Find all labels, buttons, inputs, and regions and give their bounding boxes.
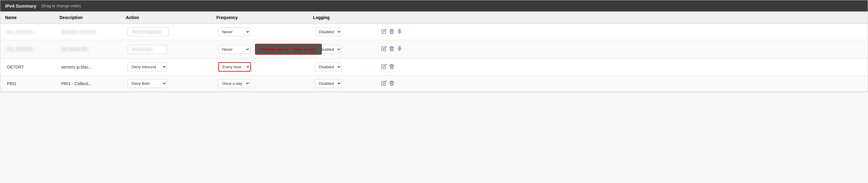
action-select[interactable]: Permit OutboundDeny InboundDeny BothDeny… <box>128 28 169 36</box>
cell-frequency[interactable]: NeverEvery hourOnce a dayEvery week <box>216 26 313 37</box>
table-title: IPv4 Summary <box>5 3 36 8</box>
cell-row-actions <box>379 79 415 88</box>
delete-icon[interactable] <box>389 80 395 87</box>
logging-select[interactable]: DisabledEnabled <box>315 79 342 88</box>
tooltip-bubble: Change this to "Once a day" <box>255 44 322 55</box>
delete-icon[interactable] <box>389 64 395 70</box>
col-actions-header <box>379 14 415 21</box>
table-row: Fre_XXXXXX...XXXXXX XXXXXXPermit Outboun… <box>0 24 868 40</box>
col-logging: Logging <box>313 14 379 21</box>
cell-description: servers ip blac... <box>59 63 126 71</box>
col-description: Description <box>59 14 126 21</box>
logging-select[interactable]: DisabledEnabled <box>315 62 342 71</box>
ipv4-summary-table: IPv4 Summary (Drag to change order) Name… <box>0 0 868 92</box>
table-header: IPv4 Summary (Drag to change order) <box>0 0 868 11</box>
cell-name: Fre_XXXXXX... <box>5 45 59 53</box>
cell-name: OE7DRT <box>5 63 59 71</box>
delete-icon[interactable] <box>389 29 395 35</box>
action-select[interactable]: Permit BothDeny InboundDeny BothDeny Out… <box>128 45 167 54</box>
edit-icon[interactable] <box>381 80 386 87</box>
drag-hint: (Drag to change order) <box>41 4 81 8</box>
frequency-select[interactable]: NeverEvery hourOnce a dayEvery week <box>218 62 251 71</box>
delete-icon[interactable] <box>389 46 395 53</box>
edit-icon[interactable] <box>381 29 386 35</box>
col-name: Name <box>5 14 59 21</box>
frequency-select[interactable]: NeverEvery hourOnce a dayEvery week <box>218 45 250 54</box>
action-select[interactable]: Deny BothDeny InboundDeny OutboundPermit… <box>128 79 167 88</box>
cell-logging[interactable]: DisabledEnabled <box>313 26 379 37</box>
col-action: Action <box>126 14 216 21</box>
cell-description: XXXXXX XXXXXX <box>59 28 126 36</box>
cell-row-actions <box>379 45 415 54</box>
cell-row-actions <box>379 28 415 36</box>
table-row: OE7DRTservers ip blac...Deny InboundDeny… <box>0 59 868 75</box>
table-row: PRI1PRI1 - Collecti...Deny BothDeny Inbo… <box>0 75 868 92</box>
column-headers: Name Description Action Frequency Loggin… <box>0 11 868 24</box>
cell-description: PRI1 - Collecti... <box>59 80 126 87</box>
logging-select[interactable]: DisabledEnabled <box>315 28 342 36</box>
col-frequency: Frequency <box>216 14 313 21</box>
cell-action[interactable]: Deny InboundDeny BothDeny OutboundPermit… <box>126 61 216 72</box>
cell-row-actions <box>379 62 415 71</box>
frequency-select[interactable]: NeverEvery hourOnce a dayEvery week <box>218 28 250 36</box>
cell-description: My Server IPs <box>59 45 126 53</box>
frequency-select[interactable]: NeverEvery hourOnce a dayEvery week <box>218 79 250 88</box>
cell-frequency[interactable]: NeverEvery hourOnce a dayEvery week <box>216 61 313 73</box>
cell-logging[interactable]: DisabledEnabled <box>313 78 379 89</box>
anchor-icon[interactable] <box>397 29 402 35</box>
cell-name: Fre_XXXXXX... <box>5 28 59 36</box>
anchor-icon[interactable] <box>397 46 402 53</box>
cell-action[interactable]: Deny BothDeny InboundDeny OutboundPermit… <box>126 78 216 89</box>
edit-icon[interactable] <box>381 46 386 53</box>
cell-logging[interactable]: DisabledEnabled <box>313 44 379 55</box>
table-row: Fre_XXXXXX...My Server IPsPermit BothDen… <box>0 40 868 59</box>
cell-frequency[interactable]: NeverEvery hourOnce a dayEvery week <box>216 78 313 89</box>
action-select[interactable]: Deny InboundDeny BothDeny OutboundPermit… <box>128 62 167 71</box>
cell-action[interactable]: Permit OutboundDeny InboundDeny BothDeny… <box>126 26 216 37</box>
cell-action[interactable]: Permit BothDeny InboundDeny BothDeny Out… <box>126 44 216 55</box>
cell-frequency[interactable]: NeverEvery hourOnce a dayEvery weekChang… <box>216 42 313 56</box>
rows-container: Fre_XXXXXX...XXXXXX XXXXXXPermit Outboun… <box>0 24 868 92</box>
cell-name: PRI1 <box>5 80 59 87</box>
edit-icon[interactable] <box>381 64 386 70</box>
cell-logging[interactable]: DisabledEnabled <box>313 61 379 72</box>
